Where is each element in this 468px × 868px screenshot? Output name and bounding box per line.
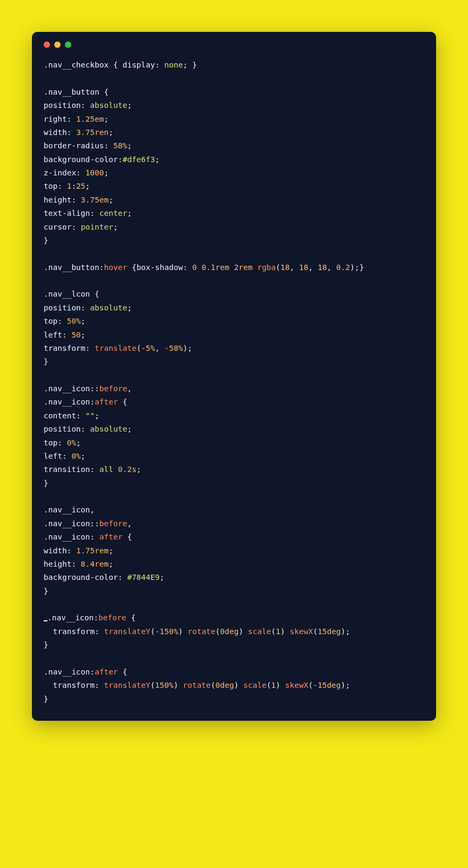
code-token: ,	[90, 505, 95, 514]
code-token: skewX	[290, 627, 313, 636]
code-token: translateY	[104, 627, 151, 636]
code-token: :	[67, 128, 76, 137]
code-token: );	[183, 344, 192, 352]
code-token: rgba	[257, 263, 276, 272]
code-token: :	[71, 560, 80, 568]
code-token: box-shadow	[137, 263, 183, 272]
code-token: {	[122, 533, 131, 541]
code-token: (	[211, 681, 215, 689]
code-token: before	[99, 384, 127, 393]
code-token: .nav__icon	[44, 533, 90, 541]
code-token: :	[62, 331, 71, 339]
code-token: border-radius	[44, 141, 104, 150]
code-token: ,	[290, 263, 299, 272]
code-token: position	[44, 101, 81, 109]
code-token: ;	[127, 101, 132, 109]
code-token: 0%	[71, 452, 80, 460]
code-window: .nav__checkbox { display: none; } .nav__…	[32, 32, 436, 721]
traffic-light-close-icon[interactable]	[44, 41, 50, 48]
code-token: (	[271, 627, 276, 636]
code-token: cursor	[44, 223, 71, 231]
code-block[interactable]: .nav__checkbox { display: none; } .nav__…	[44, 58, 424, 706]
code-token: translateY	[104, 681, 151, 689]
code-token: }	[44, 236, 48, 245]
code-token: ;	[108, 196, 113, 204]
traffic-light-minimize-icon[interactable]	[54, 41, 61, 48]
code-token: ;	[127, 304, 132, 312]
code-token: );	[341, 627, 350, 636]
code-token: :	[118, 573, 127, 582]
code-token: )	[178, 627, 187, 636]
code-token: }	[44, 587, 48, 595]
code-token: 1	[271, 681, 276, 689]
code-token: {	[108, 61, 122, 69]
code-token: 0%	[67, 439, 76, 447]
code-token: skewX	[285, 681, 308, 689]
code-token: transition	[44, 465, 90, 474]
code-token: ::	[90, 384, 99, 393]
code-token: ;	[86, 182, 90, 190]
code-token: .nav__button	[44, 263, 99, 272]
code-token: );}	[350, 263, 364, 272]
code-token: :	[57, 182, 66, 190]
text-cursor	[44, 620, 47, 621]
code-token: ;	[108, 560, 113, 568]
code-token: width	[44, 128, 67, 137]
code-token	[44, 627, 53, 636]
code-token: (	[151, 681, 155, 689]
code-token	[253, 263, 257, 272]
code-token: ;	[108, 128, 113, 137]
code-token: 18	[299, 263, 308, 272]
code-token: transform	[53, 681, 95, 689]
code-token: (	[151, 627, 155, 636]
code-token: {	[118, 398, 127, 406]
code-token: :	[99, 263, 104, 272]
code-token: }	[44, 695, 48, 703]
code-token: :	[71, 196, 80, 204]
code-token: )	[280, 627, 289, 636]
code-token: ;	[127, 141, 132, 150]
code-token: :	[94, 613, 98, 622]
code-token: transform	[44, 344, 86, 352]
code-token: 15deg	[317, 627, 341, 636]
code-token: :	[57, 317, 66, 325]
code-token: .nav__checkbox	[44, 61, 108, 69]
code-token: rotate	[183, 681, 211, 689]
code-token: background-color	[44, 155, 118, 164]
code-token: ;	[81, 452, 86, 460]
code-token: :	[81, 101, 90, 109]
code-token: ""	[86, 411, 95, 420]
code-token: ,	[127, 519, 132, 528]
code-token: 8.4rem	[81, 560, 108, 568]
code-token: {	[118, 668, 127, 676]
code-token: :	[76, 168, 85, 177]
code-token: content	[44, 411, 76, 420]
code-token: .nav__icon	[44, 505, 90, 514]
code-token: :	[183, 263, 192, 272]
code-token: )	[239, 627, 248, 636]
code-token: ,	[308, 263, 317, 272]
code-token: 18	[317, 263, 327, 272]
code-token: background-color	[44, 573, 118, 582]
code-token: 50%	[67, 317, 81, 325]
code-token: 1.25em	[76, 115, 104, 123]
code-token: {	[126, 613, 135, 622]
code-token: }	[44, 641, 48, 649]
code-token: ;	[76, 439, 81, 447]
code-token: -150%	[155, 627, 179, 636]
code-token: :	[90, 398, 95, 406]
code-token: :	[67, 546, 76, 555]
code-token: -15deg	[313, 681, 340, 689]
code-token: :	[155, 61, 164, 69]
code-token: }	[44, 357, 48, 366]
code-token: 0deg	[220, 627, 239, 636]
code-token: :	[81, 425, 90, 433]
code-token: (	[276, 263, 281, 272]
code-token: )	[276, 681, 285, 689]
code-token: left	[44, 331, 62, 339]
code-token: {	[127, 263, 136, 272]
code-token: (	[313, 627, 317, 636]
traffic-light-zoom-icon[interactable]	[65, 41, 71, 48]
code-token: ;	[137, 465, 141, 474]
code-token	[44, 681, 53, 689]
